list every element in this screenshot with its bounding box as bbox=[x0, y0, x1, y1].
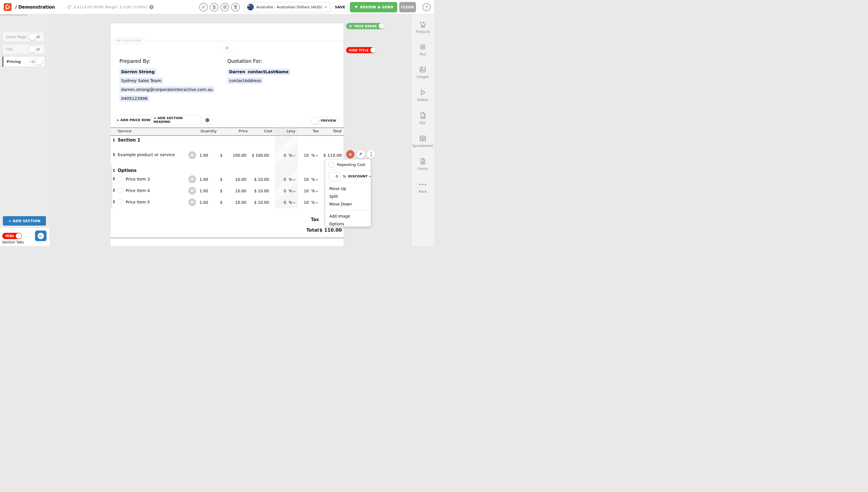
form-document-icon bbox=[419, 157, 426, 165]
menu-item-move-up[interactable]: Move Up bbox=[325, 185, 371, 193]
option-radio[interactable] bbox=[117, 176, 123, 182]
page-break-toggle[interactable]: PAGE BREAK bbox=[346, 23, 384, 29]
discount-type-dropdown[interactable]: DISCOUNT bbox=[348, 174, 371, 178]
drag-handle-icon[interactable]: ↕ bbox=[112, 176, 116, 181]
add-section-heading-button[interactable]: + ADD SECTION HEADING bbox=[153, 115, 201, 125]
section-name[interactable]: Options bbox=[118, 168, 137, 173]
drag-handle-icon[interactable]: ↕ bbox=[112, 168, 116, 173]
section-name[interactable]: Section 1 bbox=[118, 138, 140, 143]
menu-item-move-down[interactable]: Move Down bbox=[325, 200, 371, 208]
item-quantity[interactable]: 1.00 bbox=[199, 189, 208, 193]
prepared-by-phone[interactable]: 0405123996 bbox=[119, 95, 149, 102]
item-quantity[interactable]: 1.00 bbox=[199, 153, 208, 157]
add-content-button[interactable]: + bbox=[222, 43, 232, 53]
item-tax[interactable]: 10 % bbox=[304, 200, 318, 205]
rail-item-forms[interactable]: Forms bbox=[418, 157, 428, 171]
save-button[interactable]: SAVE bbox=[332, 2, 348, 13]
item-tax[interactable]: 10 % bbox=[304, 177, 318, 182]
rail-item-videos[interactable]: Videos bbox=[417, 89, 428, 102]
contact-address[interactable]: contactAddress bbox=[227, 77, 263, 84]
pricing-visibility-toggle[interactable] bbox=[28, 58, 43, 65]
currency-selector[interactable]: Australia - Australian Dollars (AUD) bbox=[243, 2, 330, 13]
prepared-by-email[interactable]: darren.strong@corporateinteractive.com.a… bbox=[119, 87, 215, 93]
hide-title-toggle[interactable]: HIDE TITLE bbox=[346, 47, 375, 53]
table-row-section[interactable]: ↕ Section 1 bbox=[110, 137, 344, 144]
discount-value-input[interactable] bbox=[329, 172, 341, 180]
comment-icon[interactable] bbox=[188, 187, 196, 195]
item-name[interactable]: Price Item 3 bbox=[126, 177, 150, 181]
drag-handle-icon[interactable]: ↕ bbox=[112, 138, 116, 142]
table-row-option[interactable]: ↕ Price Item 3 1.00 $ 10.00 $ 10.00 0 % … bbox=[110, 173, 344, 185]
help-icon[interactable]: ? bbox=[423, 3, 430, 11]
table-row-option[interactable]: ↕ Price Item 4 1.00 $ 10.00 $ 10.00 0 % … bbox=[110, 185, 344, 196]
rail-item-images[interactable]: Images bbox=[417, 66, 428, 79]
pdf-export-button[interactable]: PDF bbox=[231, 3, 240, 11]
rail-item-products[interactable]: Products bbox=[416, 21, 430, 34]
close-button[interactable]: CLOSE bbox=[399, 2, 416, 13]
style-row-button[interactable] bbox=[356, 150, 365, 158]
contacts-button[interactable] bbox=[199, 3, 208, 11]
tag-icon bbox=[67, 5, 72, 9]
scrollbar[interactable] bbox=[0, 14, 28, 16]
rail-item-pdf[interactable]: PDF PDF bbox=[419, 112, 426, 125]
profit-help-icon[interactable]: ? bbox=[149, 5, 154, 9]
repeating-cost-checkbox[interactable] bbox=[329, 162, 334, 167]
item-tax[interactable]: 10 % bbox=[304, 189, 318, 193]
contact-last-name[interactable]: contactLastName bbox=[246, 69, 291, 75]
table-row-option[interactable]: ↕ Price Item 5 1.00 $ 10.00 $ 10.00 0 % … bbox=[110, 196, 344, 208]
rail-item-text[interactable]: Text bbox=[419, 44, 426, 56]
item-price[interactable]: 10.00 bbox=[235, 189, 246, 193]
logo-icon bbox=[5, 4, 10, 10]
document-settings-button[interactable] bbox=[210, 3, 218, 11]
item-price[interactable]: 10.00 bbox=[235, 200, 246, 205]
app-logo[interactable] bbox=[4, 3, 11, 11]
item-tax[interactable]: 10 % bbox=[304, 153, 318, 157]
drag-handle-icon[interactable]: ↕ bbox=[112, 152, 116, 157]
collapse-sidebar-button[interactable]: ← bbox=[35, 230, 47, 241]
paintbrush-icon bbox=[358, 152, 363, 156]
item-price[interactable]: 100.00 bbox=[233, 153, 246, 157]
add-price-row-button[interactable]: + ADD PRICE ROW bbox=[115, 115, 152, 125]
option-radio[interactable] bbox=[117, 188, 123, 194]
table-settings-button[interactable] bbox=[202, 115, 213, 125]
item-name[interactable]: Price Item 4 bbox=[126, 188, 150, 193]
comment-icon[interactable] bbox=[188, 198, 196, 206]
comment-icon[interactable] bbox=[188, 151, 196, 159]
table-row-item[interactable]: ↕ Example product or service 1.00 $ 100.… bbox=[110, 149, 344, 161]
rail-item-more[interactable]: More bbox=[419, 180, 427, 194]
rail-item-spreadsheet[interactable]: Spreadsheet bbox=[412, 135, 433, 148]
item-quantity[interactable]: 1.00 bbox=[199, 200, 208, 205]
preview-toggle[interactable]: PREVIEW bbox=[312, 117, 339, 124]
menu-item-options[interactable]: Options bbox=[325, 220, 371, 227]
hide-section-tabs-toggle[interactable]: Hide bbox=[2, 233, 22, 239]
prepared-by-heading: Prepared By: bbox=[119, 58, 150, 64]
review-send-button[interactable]: REVIEW & SEND bbox=[350, 2, 397, 13]
row-menu-button[interactable] bbox=[367, 150, 375, 158]
menu-item-add-image[interactable]: Add Image bbox=[325, 213, 371, 220]
sidebar-item-cover-page[interactable]: Cover Page bbox=[2, 31, 45, 42]
item-levy[interactable]: 0 % bbox=[283, 189, 295, 193]
cover-page-visibility-toggle[interactable] bbox=[28, 33, 43, 41]
settings-button[interactable] bbox=[220, 3, 229, 11]
item-name[interactable]: Example product or service bbox=[118, 152, 175, 157]
drag-handle-icon[interactable]: ↕ bbox=[112, 199, 116, 204]
drag-handle-icon[interactable]: ↕ bbox=[112, 188, 116, 193]
sidebar-item-toc[interactable]: TOC bbox=[2, 44, 45, 54]
item-levy[interactable]: 0 % bbox=[283, 177, 295, 182]
sections-sidebar: Cover Page TOC bbox=[0, 14, 48, 246]
item-quantity[interactable]: 1.00 bbox=[199, 177, 208, 182]
add-section-button[interactable]: + ADD SECTION bbox=[3, 216, 46, 226]
delete-row-button[interactable]: × bbox=[346, 150, 354, 158]
sidebar-item-pricing[interactable]: Pricing bbox=[2, 56, 45, 67]
comment-icon[interactable] bbox=[188, 175, 196, 183]
option-radio[interactable] bbox=[117, 199, 123, 205]
item-name[interactable]: Price Item 5 bbox=[126, 200, 150, 204]
contact-first-name[interactable]: Darren bbox=[227, 69, 247, 75]
prepared-by-name[interactable]: Darren Strong bbox=[119, 69, 156, 75]
toc-visibility-toggle[interactable] bbox=[28, 46, 43, 53]
item-levy[interactable]: 0 % bbox=[283, 153, 295, 157]
prepared-by-team[interactable]: Sydney Sales Team bbox=[119, 77, 163, 84]
item-levy[interactable]: 0 % bbox=[283, 200, 295, 205]
menu-item-split[interactable]: Split bbox=[325, 193, 371, 200]
item-price[interactable]: 10.00 bbox=[235, 177, 246, 182]
